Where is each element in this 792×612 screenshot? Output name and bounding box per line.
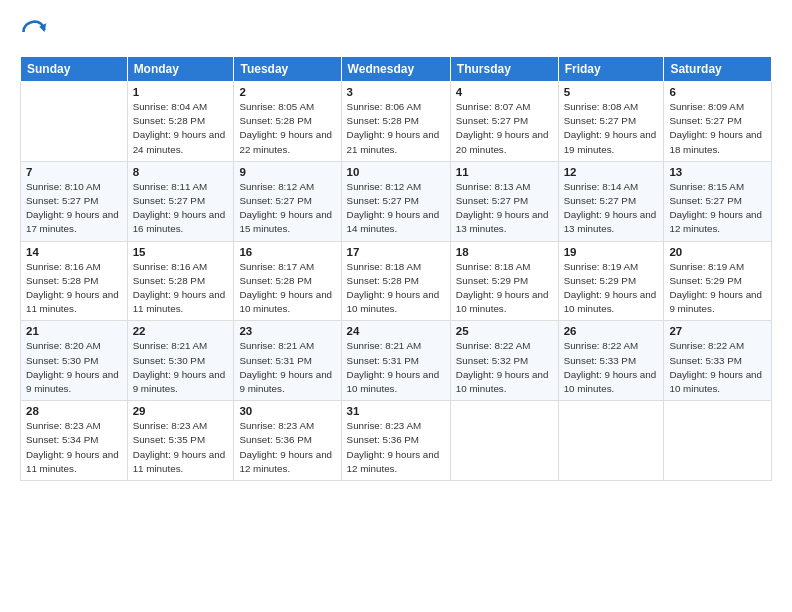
day-info: Sunrise: 8:17 AMSunset: 5:28 PMDaylight:… <box>239 260 335 317</box>
day-info: Sunrise: 8:19 AMSunset: 5:29 PMDaylight:… <box>564 260 659 317</box>
day-info: Sunrise: 8:13 AMSunset: 5:27 PMDaylight:… <box>456 180 553 237</box>
day-number: 22 <box>133 325 229 337</box>
day-info: Sunrise: 8:12 AMSunset: 5:27 PMDaylight:… <box>347 180 445 237</box>
day-info: Sunrise: 8:14 AMSunset: 5:27 PMDaylight:… <box>564 180 659 237</box>
calendar-cell: 14Sunrise: 8:16 AMSunset: 5:28 PMDayligh… <box>21 241 128 321</box>
day-number: 18 <box>456 246 553 258</box>
day-info: Sunrise: 8:23 AMSunset: 5:36 PMDaylight:… <box>347 419 445 476</box>
calendar-cell <box>450 401 558 481</box>
day-info: Sunrise: 8:23 AMSunset: 5:36 PMDaylight:… <box>239 419 335 476</box>
day-info: Sunrise: 8:16 AMSunset: 5:28 PMDaylight:… <box>133 260 229 317</box>
day-number: 29 <box>133 405 229 417</box>
calendar-cell: 31Sunrise: 8:23 AMSunset: 5:36 PMDayligh… <box>341 401 450 481</box>
day-info: Sunrise: 8:22 AMSunset: 5:33 PMDaylight:… <box>564 339 659 396</box>
weekday-monday: Monday <box>127 57 234 82</box>
day-info: Sunrise: 8:08 AMSunset: 5:27 PMDaylight:… <box>564 100 659 157</box>
day-number: 11 <box>456 166 553 178</box>
day-info: Sunrise: 8:21 AMSunset: 5:31 PMDaylight:… <box>347 339 445 396</box>
calendar-cell: 4Sunrise: 8:07 AMSunset: 5:27 PMDaylight… <box>450 82 558 162</box>
calendar-cell: 26Sunrise: 8:22 AMSunset: 5:33 PMDayligh… <box>558 321 664 401</box>
calendar-cell: 27Sunrise: 8:22 AMSunset: 5:33 PMDayligh… <box>664 321 772 401</box>
day-info: Sunrise: 8:23 AMSunset: 5:35 PMDaylight:… <box>133 419 229 476</box>
calendar-cell: 18Sunrise: 8:18 AMSunset: 5:29 PMDayligh… <box>450 241 558 321</box>
calendar-cell: 8Sunrise: 8:11 AMSunset: 5:27 PMDaylight… <box>127 161 234 241</box>
day-number: 1 <box>133 86 229 98</box>
day-number: 10 <box>347 166 445 178</box>
day-info: Sunrise: 8:22 AMSunset: 5:32 PMDaylight:… <box>456 339 553 396</box>
weekday-saturday: Saturday <box>664 57 772 82</box>
calendar-cell: 20Sunrise: 8:19 AMSunset: 5:29 PMDayligh… <box>664 241 772 321</box>
calendar-cell: 25Sunrise: 8:22 AMSunset: 5:32 PMDayligh… <box>450 321 558 401</box>
day-number: 21 <box>26 325 122 337</box>
day-number: 20 <box>669 246 766 258</box>
day-info: Sunrise: 8:21 AMSunset: 5:31 PMDaylight:… <box>239 339 335 396</box>
day-info: Sunrise: 8:10 AMSunset: 5:27 PMDaylight:… <box>26 180 122 237</box>
day-info: Sunrise: 8:18 AMSunset: 5:28 PMDaylight:… <box>347 260 445 317</box>
calendar-cell: 5Sunrise: 8:08 AMSunset: 5:27 PMDaylight… <box>558 82 664 162</box>
calendar-cell: 10Sunrise: 8:12 AMSunset: 5:27 PMDayligh… <box>341 161 450 241</box>
week-row-1: 1Sunrise: 8:04 AMSunset: 5:28 PMDaylight… <box>21 82 772 162</box>
calendar-cell: 16Sunrise: 8:17 AMSunset: 5:28 PMDayligh… <box>234 241 341 321</box>
day-number: 2 <box>239 86 335 98</box>
day-number: 31 <box>347 405 445 417</box>
calendar: SundayMondayTuesdayWednesdayThursdayFrid… <box>20 56 772 481</box>
calendar-cell: 29Sunrise: 8:23 AMSunset: 5:35 PMDayligh… <box>127 401 234 481</box>
weekday-header-row: SundayMondayTuesdayWednesdayThursdayFrid… <box>21 57 772 82</box>
day-number: 4 <box>456 86 553 98</box>
day-info: Sunrise: 8:15 AMSunset: 5:27 PMDaylight:… <box>669 180 766 237</box>
day-info: Sunrise: 8:05 AMSunset: 5:28 PMDaylight:… <box>239 100 335 157</box>
page: SundayMondayTuesdayWednesdayThursdayFrid… <box>0 0 792 612</box>
calendar-cell: 7Sunrise: 8:10 AMSunset: 5:27 PMDaylight… <box>21 161 128 241</box>
day-number: 7 <box>26 166 122 178</box>
calendar-cell: 11Sunrise: 8:13 AMSunset: 5:27 PMDayligh… <box>450 161 558 241</box>
calendar-cell: 17Sunrise: 8:18 AMSunset: 5:28 PMDayligh… <box>341 241 450 321</box>
calendar-cell: 1Sunrise: 8:04 AMSunset: 5:28 PMDaylight… <box>127 82 234 162</box>
calendar-cell: 12Sunrise: 8:14 AMSunset: 5:27 PMDayligh… <box>558 161 664 241</box>
day-number: 28 <box>26 405 122 417</box>
day-info: Sunrise: 8:21 AMSunset: 5:30 PMDaylight:… <box>133 339 229 396</box>
day-number: 17 <box>347 246 445 258</box>
day-info: Sunrise: 8:16 AMSunset: 5:28 PMDaylight:… <box>26 260 122 317</box>
day-info: Sunrise: 8:09 AMSunset: 5:27 PMDaylight:… <box>669 100 766 157</box>
calendar-cell <box>664 401 772 481</box>
calendar-cell: 19Sunrise: 8:19 AMSunset: 5:29 PMDayligh… <box>558 241 664 321</box>
calendar-cell: 6Sunrise: 8:09 AMSunset: 5:27 PMDaylight… <box>664 82 772 162</box>
calendar-cell: 9Sunrise: 8:12 AMSunset: 5:27 PMDaylight… <box>234 161 341 241</box>
day-number: 3 <box>347 86 445 98</box>
day-number: 26 <box>564 325 659 337</box>
calendar-cell: 21Sunrise: 8:20 AMSunset: 5:30 PMDayligh… <box>21 321 128 401</box>
calendar-cell: 15Sunrise: 8:16 AMSunset: 5:28 PMDayligh… <box>127 241 234 321</box>
day-number: 27 <box>669 325 766 337</box>
day-info: Sunrise: 8:06 AMSunset: 5:28 PMDaylight:… <box>347 100 445 157</box>
week-row-3: 14Sunrise: 8:16 AMSunset: 5:28 PMDayligh… <box>21 241 772 321</box>
day-info: Sunrise: 8:04 AMSunset: 5:28 PMDaylight:… <box>133 100 229 157</box>
day-info: Sunrise: 8:18 AMSunset: 5:29 PMDaylight:… <box>456 260 553 317</box>
logo <box>20 18 52 46</box>
day-number: 6 <box>669 86 766 98</box>
day-number: 14 <box>26 246 122 258</box>
weekday-thursday: Thursday <box>450 57 558 82</box>
calendar-cell: 22Sunrise: 8:21 AMSunset: 5:30 PMDayligh… <box>127 321 234 401</box>
calendar-cell: 30Sunrise: 8:23 AMSunset: 5:36 PMDayligh… <box>234 401 341 481</box>
calendar-cell: 2Sunrise: 8:05 AMSunset: 5:28 PMDaylight… <box>234 82 341 162</box>
weekday-sunday: Sunday <box>21 57 128 82</box>
week-row-4: 21Sunrise: 8:20 AMSunset: 5:30 PMDayligh… <box>21 321 772 401</box>
calendar-cell: 3Sunrise: 8:06 AMSunset: 5:28 PMDaylight… <box>341 82 450 162</box>
header <box>20 18 772 46</box>
day-info: Sunrise: 8:12 AMSunset: 5:27 PMDaylight:… <box>239 180 335 237</box>
day-info: Sunrise: 8:23 AMSunset: 5:34 PMDaylight:… <box>26 419 122 476</box>
week-row-2: 7Sunrise: 8:10 AMSunset: 5:27 PMDaylight… <box>21 161 772 241</box>
day-number: 5 <box>564 86 659 98</box>
day-info: Sunrise: 8:07 AMSunset: 5:27 PMDaylight:… <box>456 100 553 157</box>
day-number: 8 <box>133 166 229 178</box>
calendar-cell: 23Sunrise: 8:21 AMSunset: 5:31 PMDayligh… <box>234 321 341 401</box>
weekday-friday: Friday <box>558 57 664 82</box>
day-number: 25 <box>456 325 553 337</box>
calendar-cell: 24Sunrise: 8:21 AMSunset: 5:31 PMDayligh… <box>341 321 450 401</box>
day-number: 24 <box>347 325 445 337</box>
day-number: 13 <box>669 166 766 178</box>
weekday-wednesday: Wednesday <box>341 57 450 82</box>
day-number: 30 <box>239 405 335 417</box>
day-number: 19 <box>564 246 659 258</box>
calendar-cell <box>21 82 128 162</box>
